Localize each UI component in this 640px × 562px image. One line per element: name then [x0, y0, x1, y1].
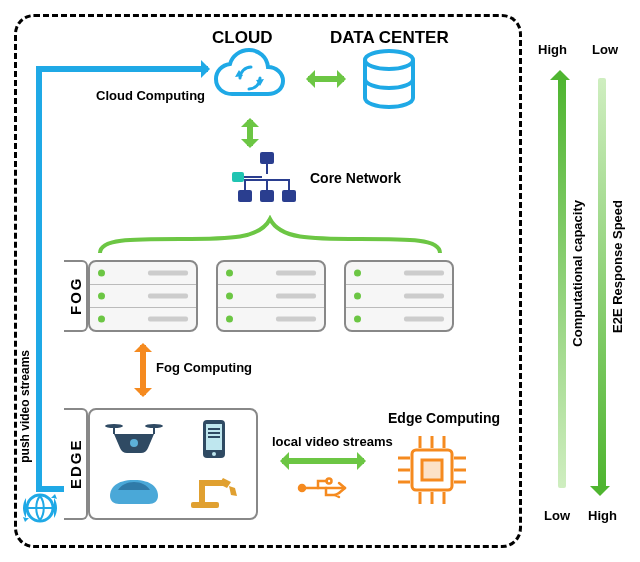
data-center-title: DATA CENTER: [330, 28, 449, 48]
svg-rect-5: [232, 172, 244, 182]
response-arrow: [598, 78, 606, 488]
svg-rect-3: [260, 190, 274, 202]
svg-rect-23: [422, 460, 442, 480]
svg-point-10: [130, 439, 138, 447]
axis-high-bottom: High: [588, 508, 617, 523]
core-network-icon: [232, 150, 302, 210]
response-arrowhead: [590, 486, 610, 506]
drone-icon: [104, 418, 164, 460]
car-icon: [104, 468, 164, 510]
capacity-label: Computational capacity: [570, 200, 585, 347]
push-video-label: push video streams: [18, 350, 32, 463]
fog-servers: [88, 260, 454, 332]
edge-tab: EDGE: [64, 408, 88, 520]
globe-icon: [20, 488, 60, 528]
usb-icon: [296, 474, 356, 506]
response-label: E2E Response Speed: [610, 200, 625, 333]
server-icon: [88, 260, 198, 332]
svg-rect-9: [153, 426, 155, 434]
axis-high-top: High: [538, 42, 567, 57]
edge-tab-label: EDGE: [67, 439, 84, 490]
push-stream-path: [36, 66, 42, 486]
svg-rect-16: [208, 436, 220, 438]
capacity-arrow: [558, 78, 566, 488]
svg-point-21: [327, 479, 332, 484]
local-video-label: local video streams: [272, 434, 393, 449]
arrow-cloud-dc: [308, 76, 344, 82]
arrow-cloud-core: [247, 120, 253, 146]
arrow-fog-edge: [140, 345, 146, 395]
robot-arm-icon: [183, 468, 243, 510]
core-network-label: Core Network: [310, 170, 401, 186]
cloud-title: CLOUD: [212, 28, 272, 48]
axis-low-bottom: Low: [544, 508, 570, 523]
svg-rect-1: [260, 152, 274, 164]
push-stream-arrow: [36, 66, 208, 72]
server-icon: [344, 260, 454, 332]
diagram-canvas: CLOUD DATA CENTER Core Network FOG: [0, 0, 640, 562]
arrow-local-video: [282, 458, 364, 464]
smartphone-icon: [183, 418, 243, 460]
svg-point-13: [212, 452, 216, 456]
svg-rect-4: [282, 190, 296, 202]
server-icon: [216, 260, 326, 332]
svg-rect-14: [208, 428, 220, 430]
capacity-arrowhead: [550, 60, 570, 80]
cloud-computing-label: Cloud Computing: [96, 88, 205, 103]
fog-computing-label: Fog Computing: [156, 360, 252, 375]
database-icon: [358, 48, 420, 110]
fog-tab: FOG: [64, 260, 88, 332]
axis-low-top: Low: [592, 42, 618, 57]
fog-tab-label: FOG: [67, 277, 84, 316]
edge-computing-label: Edge Computing: [388, 410, 500, 426]
svg-rect-2: [238, 190, 252, 202]
svg-rect-8: [113, 426, 115, 434]
edge-devices: [88, 408, 258, 520]
chip-icon: [394, 432, 470, 512]
svg-rect-15: [208, 432, 220, 434]
brace-icon: [90, 215, 450, 255]
cloud-icon: [210, 48, 290, 108]
svg-point-0: [365, 51, 413, 69]
